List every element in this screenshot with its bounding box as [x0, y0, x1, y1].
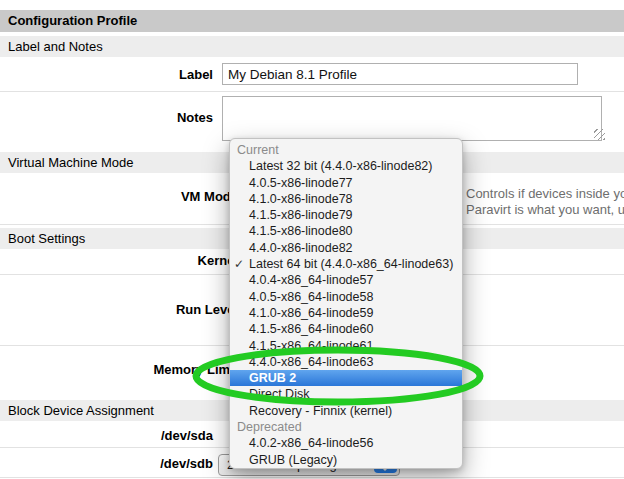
kernel-option-latest-64-bit-4-4-0-x86-64-linode63[interactable]: ✓Latest 64 bit (4.4.0-x86_64-linode63): [230, 256, 462, 272]
vm-mode-label: VM Mode: [0, 189, 238, 205]
divider: [0, 477, 624, 478]
kernel-option-label: 4.1.5-x86-linode80: [249, 224, 353, 238]
kernel-option-grub-2[interactable]: GRUB 2: [230, 370, 462, 386]
kernel-option-label: Deprecated: [237, 420, 302, 434]
notes-textarea[interactable]: [222, 96, 602, 141]
kernel-option-4-0-2-x86-64-linode56[interactable]: 4.0.2-x86_64-linode56: [230, 435, 462, 451]
kernel-option-label: 4.1.0-x86_64-linode59: [249, 306, 373, 320]
kernel-option-label: 4.1.5-x86_64-linode60: [249, 322, 373, 336]
kernel-option-4-4-0-x86-linode82[interactable]: 4.4.0-x86-linode82: [230, 240, 462, 256]
kernel-option-label: 4.0.5-x86_64-linode58: [249, 290, 373, 304]
kernel-option-label: Current: [237, 143, 279, 157]
section-header-label-and-notes: Label and Notes: [0, 36, 624, 57]
kernel-option-recovery-finnix-kernel[interactable]: Recovery - Finnix (kernel): [230, 403, 462, 419]
notes-field-label: Notes: [0, 110, 213, 126]
kernel-option-label: 4.0.5-x86-linode77: [249, 176, 353, 190]
kernel-dropdown[interactable]: CurrentLatest 32 bit (4.4.0-x86-linode82…: [229, 138, 463, 469]
label-field-label: Label: [0, 67, 213, 83]
memory-limit-label: Memory Limit: [0, 362, 238, 378]
divider: [0, 91, 624, 92]
dev-sda-label: /dev/sda: [0, 428, 213, 444]
kernel-option-latest-32-bit-4-4-0-x86-linode82[interactable]: Latest 32 bit (4.4.0-x86-linode82): [230, 158, 462, 174]
section-header-configuration-profile: Configuration Profile: [0, 10, 624, 32]
kernel-option-label: Latest 64 bit (4.4.0-x86_64-linode63): [249, 257, 453, 271]
kernel-option-grub-legacy[interactable]: GRUB (Legacy): [230, 452, 462, 468]
kernel-option-label: Recovery - Finnix (kernel): [249, 404, 392, 418]
kernel-option-label: 4.0.4-x86_64-linode57: [249, 273, 373, 287]
kernel-option-4-1-5-x86-64-linode61[interactable]: 4.1.5-x86_64-linode61: [230, 338, 462, 354]
vm-mode-help-text: Controls if devices inside your Paravirt…: [466, 186, 624, 217]
kernel-label: Kernel: [0, 253, 238, 269]
kernel-option-4-1-5-x86-64-linode60[interactable]: 4.1.5-x86_64-linode60: [230, 321, 462, 337]
kernel-option-4-0-5-x86-linode77[interactable]: 4.0.5-x86-linode77: [230, 175, 462, 191]
kernel-option-label: 4.4.0-x86_64-linode63: [249, 355, 373, 369]
checkmark-icon: ✓: [234, 256, 244, 272]
kernel-option-4-0-4-x86-64-linode57[interactable]: 4.0.4-x86_64-linode57: [230, 272, 462, 288]
kernel-option-4-1-5-x86-linode80[interactable]: 4.1.5-x86-linode80: [230, 223, 462, 239]
kernel-option-4-1-0-x86-64-linode59[interactable]: 4.1.0-x86_64-linode59: [230, 305, 462, 321]
label-input[interactable]: [222, 63, 578, 85]
kernel-option-4-1-5-x86-linode79[interactable]: 4.1.5-x86-linode79: [230, 207, 462, 223]
kernel-option-4-4-0-x86-64-linode63[interactable]: 4.4.0-x86_64-linode63: [230, 354, 462, 370]
kernel-dropdown-list: CurrentLatest 32 bit (4.4.0-x86-linode82…: [230, 142, 462, 468]
kernel-group-deprecated: Deprecated: [230, 419, 462, 435]
kernel-option-label: Latest 32 bit (4.4.0-x86-linode82): [249, 159, 432, 173]
kernel-option-4-0-5-x86-64-linode58[interactable]: 4.0.5-x86_64-linode58: [230, 289, 462, 305]
run-level-label: Run Level: [0, 302, 238, 318]
kernel-option-label: Direct Disk: [249, 387, 309, 401]
vm-mode-help-line1: Controls if devices inside your: [466, 186, 624, 202]
kernel-group-current: Current: [230, 142, 462, 158]
dev-sdb-label: /dev/sdb: [0, 456, 213, 472]
kernel-option-label: GRUB 2: [249, 371, 296, 385]
kernel-option-label: 4.1.0-x86-linode78: [249, 192, 353, 206]
vm-mode-help-line2: Paravirt is what you want, unle: [466, 202, 624, 218]
kernel-option-label: 4.1.5-x86_64-linode61: [249, 339, 373, 353]
kernel-option-direct-disk[interactable]: Direct Disk: [230, 386, 462, 402]
kernel-option-label: 4.1.5-x86-linode79: [249, 208, 353, 222]
kernel-option-4-1-0-x86-linode78[interactable]: 4.1.0-x86-linode78: [230, 191, 462, 207]
textarea-resize-grip-icon[interactable]: [594, 129, 605, 140]
kernel-option-label: 4.4.0-x86-linode82: [249, 241, 353, 255]
kernel-option-label: 4.0.2-x86_64-linode56: [249, 436, 373, 450]
kernel-option-label: GRUB (Legacy): [249, 453, 337, 467]
